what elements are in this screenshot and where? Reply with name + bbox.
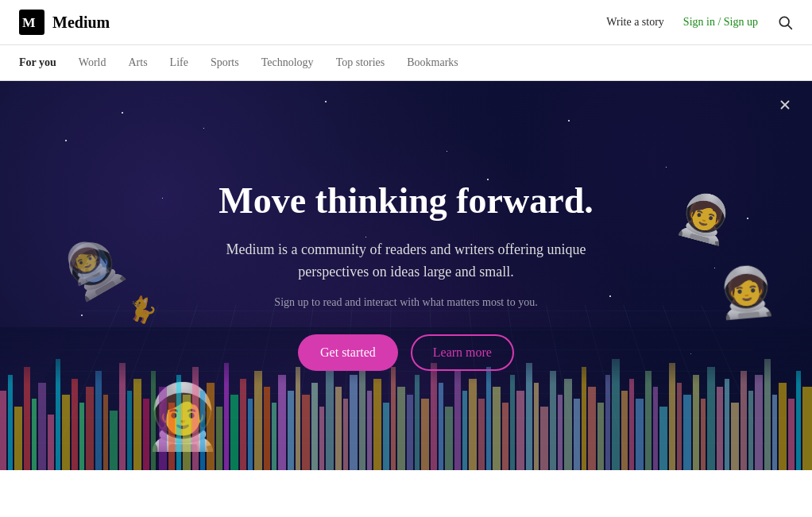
nav-item-technology[interactable]: Technology	[261, 56, 314, 69]
nav-item-for-you[interactable]: For you	[19, 56, 56, 69]
hero-subtext: Sign up to read and interact with what m…	[199, 296, 613, 309]
nav-item-top-stories[interactable]: Top stories	[336, 56, 385, 69]
nav-item-sports[interactable]: Sports	[211, 56, 239, 69]
nav-item-bookmarks[interactable]: Bookmarks	[407, 56, 458, 69]
nav-item-life[interactable]: Life	[170, 56, 188, 69]
sign-in-button[interactable]: Sign in / Sign up	[683, 16, 758, 29]
main-nav: For you World Arts Life Sports Technolog…	[0, 45, 812, 81]
hero-banner: 🧑‍🚀 🧑‍🚀 🧑‍🚀 🧑‍🚀 🐈	[0, 81, 812, 470]
header-actions: Write a story Sign in / Sign up	[606, 14, 793, 30]
header: M Medium Write a story Sign in / Sign up	[0, 0, 812, 45]
hero-buttons: Get started Learn more	[199, 334, 613, 371]
logo-group: M Medium	[19, 10, 110, 35]
logo-text: Medium	[52, 14, 110, 32]
svg-line-3	[788, 25, 792, 29]
hero-title: Move thinking forward.	[199, 180, 613, 222]
get-started-button[interactable]: Get started	[298, 334, 398, 371]
medium-logo-icon: M	[19, 10, 44, 35]
write-story-button[interactable]: Write a story	[606, 16, 664, 29]
astronaut-right-2: 🧑‍🚀	[714, 261, 779, 322]
search-icon	[777, 14, 793, 30]
close-button[interactable]	[774, 94, 796, 116]
nav-item-arts[interactable]: Arts	[128, 56, 147, 69]
nav-item-world[interactable]: World	[79, 56, 106, 69]
learn-more-button[interactable]: Learn more	[411, 334, 514, 371]
svg-text:M: M	[22, 14, 36, 30]
close-icon	[778, 98, 792, 112]
hero-subtitle: Medium is a community of readers and wri…	[199, 238, 613, 284]
hero-content: Move thinking forward. Medium is a commu…	[184, 180, 628, 371]
search-button[interactable]	[777, 14, 793, 30]
